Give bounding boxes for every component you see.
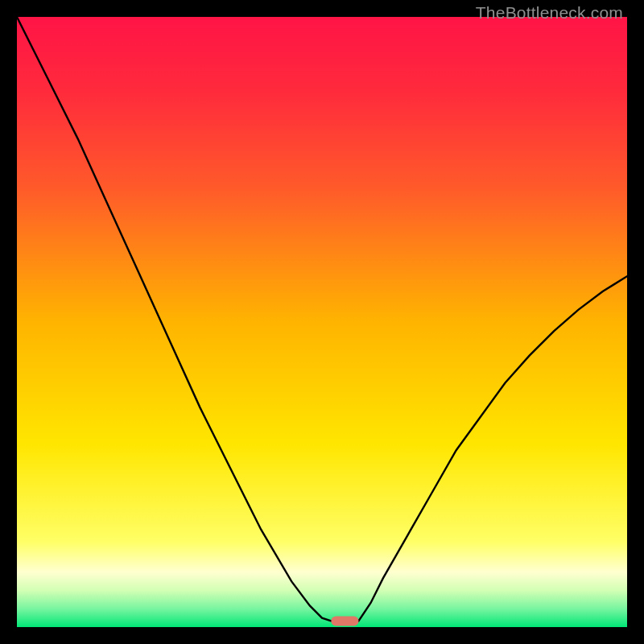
optimal-point-marker [331,616,358,625]
gradient-background [17,17,627,627]
chart-frame [17,17,627,627]
watermark-text: TheBottleneck.com [476,3,623,23]
bottleneck-curve-plot [17,17,627,627]
